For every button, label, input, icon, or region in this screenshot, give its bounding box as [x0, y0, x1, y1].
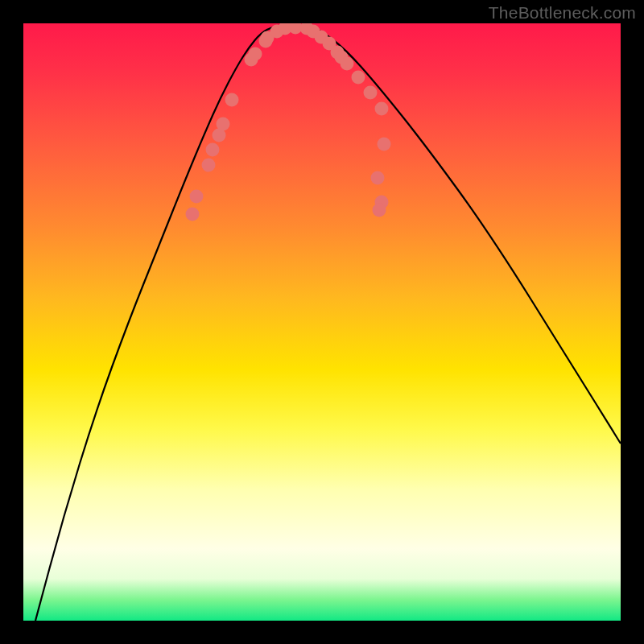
data-point [206, 143, 220, 157]
chart-plot-area [23, 23, 621, 621]
chart-frame: TheBottleneck.com [0, 0, 644, 644]
data-point [341, 57, 354, 71]
data-points [186, 23, 391, 221]
data-point [378, 138, 391, 151]
chart-svg [23, 23, 621, 621]
data-point [217, 118, 230, 131]
data-point [364, 86, 378, 100]
watermark-text: TheBottleneck.com [489, 3, 636, 23]
data-point [202, 159, 216, 172]
data-point [190, 190, 204, 204]
data-point [352, 71, 365, 85]
data-point [373, 204, 386, 217]
data-point [186, 208, 200, 221]
data-point [249, 47, 262, 61]
bottleneck-curve [35, 25, 621, 621]
data-point [225, 93, 239, 107]
data-point [371, 171, 385, 185]
data-point [375, 102, 389, 116]
